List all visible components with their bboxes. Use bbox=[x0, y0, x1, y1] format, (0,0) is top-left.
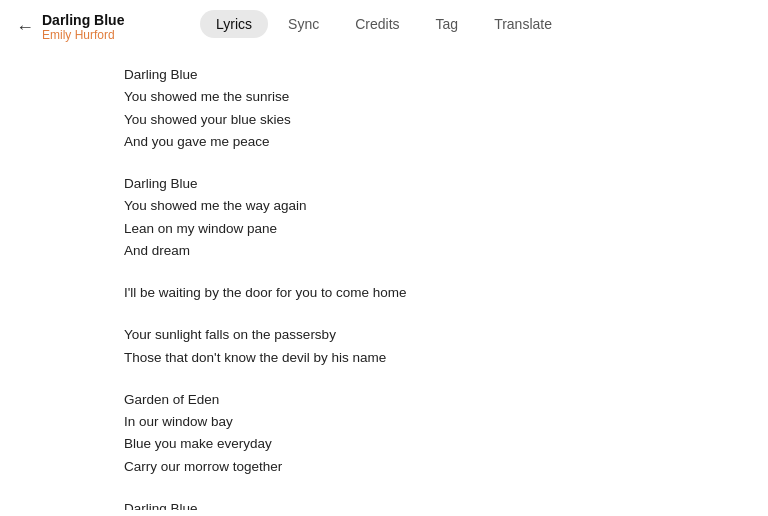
verse-6: Darling Blue I'm a painter of you Portra… bbox=[124, 498, 644, 510]
tab-sync[interactable]: Sync bbox=[272, 10, 335, 38]
back-arrow-icon: ← bbox=[16, 17, 34, 38]
tab-tag[interactable]: Tag bbox=[420, 10, 475, 38]
tab-translate[interactable]: Translate bbox=[478, 10, 568, 38]
song-title: Darling Blue bbox=[42, 12, 124, 28]
tab-credits[interactable]: Credits bbox=[339, 10, 415, 38]
verse-3: I'll be waiting by the door for you to c… bbox=[124, 282, 644, 304]
lyric-line: You showed me the sunrise bbox=[124, 86, 644, 108]
verse-2: Darling Blue You showed me the way again… bbox=[124, 173, 644, 262]
lyric-line: And dream bbox=[124, 240, 644, 262]
song-artist: Emily Hurford bbox=[42, 28, 124, 42]
song-info: Darling Blue Emily Hurford bbox=[42, 12, 124, 42]
lyric-line: Your sunlight falls on the passersby bbox=[124, 324, 644, 346]
lyric-line: And you gave me peace bbox=[124, 131, 644, 153]
lyric-line: Garden of Eden bbox=[124, 389, 644, 411]
lyric-line: Those that don't know the devil by his n… bbox=[124, 347, 644, 369]
verse-5: Garden of Eden In our window bay Blue yo… bbox=[124, 389, 644, 478]
lyric-line: Carry our morrow together bbox=[124, 456, 644, 478]
lyric-line: Darling Blue bbox=[124, 173, 644, 195]
lyric-line: Darling Blue bbox=[124, 64, 644, 86]
nav-tabs: Lyrics Sync Credits Tag Translate bbox=[200, 10, 568, 38]
lyric-line: I'll be waiting by the door for you to c… bbox=[124, 282, 644, 304]
verse-1: Darling Blue You showed me the sunrise Y… bbox=[124, 64, 644, 153]
verse-4: Your sunlight falls on the passersby Tho… bbox=[124, 324, 644, 369]
lyrics-content: Darling Blue You showed me the sunrise Y… bbox=[0, 54, 768, 510]
tab-lyrics[interactable]: Lyrics bbox=[200, 10, 268, 38]
header: ← Darling Blue Emily Hurford Lyrics Sync… bbox=[0, 0, 768, 54]
lyric-line: You showed me the way again bbox=[124, 195, 644, 217]
lyric-line: You showed your blue skies bbox=[124, 109, 644, 131]
lyric-line: Lean on my window pane bbox=[124, 218, 644, 240]
lyric-line: Blue you make everyday bbox=[124, 433, 644, 455]
back-button[interactable]: ← bbox=[16, 17, 34, 38]
lyric-line: In our window bay bbox=[124, 411, 644, 433]
lyric-line: Darling Blue bbox=[124, 498, 644, 510]
